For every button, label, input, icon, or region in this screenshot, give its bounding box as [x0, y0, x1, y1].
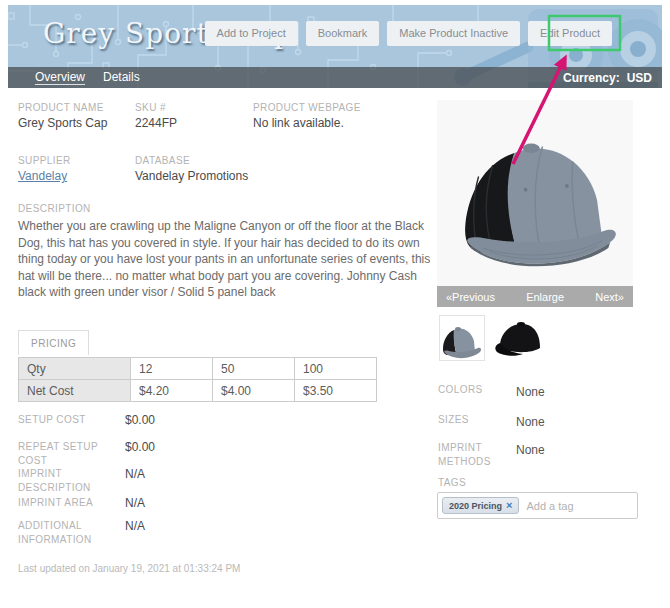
- repeat-setup-cost-row: REPEAT SETUP COST $0.00: [18, 440, 433, 468]
- qty-row-label: Qty: [19, 358, 131, 380]
- qty-cell: 50: [213, 358, 295, 380]
- currency-display: Currency:USD: [563, 71, 662, 85]
- product-name-label: PRODUCT NAME: [18, 102, 135, 113]
- imprint-description-row: IMPRINT DESCRIPTION N/A: [18, 467, 433, 495]
- qty-cell: 100: [295, 358, 377, 380]
- net-cost-cell: $3.50: [295, 380, 377, 402]
- enlarge-image-button[interactable]: Enlarge: [526, 291, 564, 303]
- header-actions: Add to Project Bookmark Make Product Ina…: [205, 21, 612, 46]
- supplier-fields-row: SUPPLIER Vandelay DATABASE Vandelay Prom…: [18, 155, 248, 184]
- sizes-value: None: [516, 415, 545, 429]
- imprint-area-value: N/A: [125, 496, 145, 510]
- make-product-inactive-button[interactable]: Make Product Inactive: [387, 21, 520, 46]
- grey-cap-image: [441, 110, 629, 290]
- product-name-value: Grey Sports Cap: [18, 116, 135, 130]
- table-row: Net Cost $4.20 $4.00 $3.50: [19, 380, 377, 402]
- view-tabs: Overview Details: [8, 70, 140, 85]
- colors-label: COLORS: [438, 383, 510, 397]
- grey-cap-thumbnail[interactable]: [439, 315, 485, 361]
- tab-details[interactable]: Details: [103, 70, 140, 85]
- product-page: Grey Sports Cap Add to Project Bookmark …: [0, 0, 670, 608]
- photo-navigation: «Previous Enlarge Next»: [437, 286, 633, 307]
- net-cost-row-label: Net Cost: [19, 380, 131, 402]
- product-webpage-value: No link available.: [253, 116, 433, 130]
- imprint-description-label: IMPRINT DESCRIPTION: [18, 467, 96, 495]
- supplier-link[interactable]: Vandelay: [18, 169, 67, 183]
- additional-information-label: ADDITIONAL INFORMATION: [18, 519, 96, 547]
- sku-label: SKU #: [135, 102, 253, 113]
- imprint-area-row: IMPRINT AREA N/A: [18, 496, 433, 510]
- pricing-tab[interactable]: PRICING: [18, 330, 89, 355]
- additional-information-row: ADDITIONAL INFORMATION N/A: [18, 519, 433, 547]
- last-updated-text: Last updated on January 19, 2021 at 01:3…: [18, 563, 240, 574]
- colors-row: COLORS None: [438, 383, 653, 397]
- currency-label: Currency:: [563, 71, 620, 85]
- edit-product-button[interactable]: Edit Product: [528, 21, 612, 46]
- pricing-table: Qty 12 50 100 Net Cost $4.20 $4.00 $3.50: [18, 357, 377, 402]
- currency-value: USD: [627, 71, 652, 85]
- colors-value: None: [516, 385, 545, 399]
- setup-cost-row: SETUP COST $0.00: [18, 413, 433, 427]
- imprint-methods-value: None: [516, 443, 545, 457]
- add-to-project-button[interactable]: Add to Project: [205, 21, 298, 46]
- repeat-setup-cost-label: REPEAT SETUP COST: [18, 440, 128, 468]
- imprint-area-label: IMPRINT AREA: [18, 496, 128, 510]
- supplier-label: SUPPLIER: [18, 155, 135, 166]
- table-row: Qty 12 50 100: [19, 358, 377, 380]
- sku-value: 2244FP: [135, 116, 253, 130]
- imprint-methods-row: IMPRINT METHODS None: [438, 441, 653, 469]
- previous-image-button[interactable]: «Previous: [437, 291, 495, 303]
- product-webpage-label: PRODUCT WEBPAGE: [253, 102, 433, 113]
- sizes-row: SIZES None: [438, 413, 653, 427]
- product-fields-row: PRODUCT NAME Grey Sports Cap SKU # 2244F…: [18, 102, 433, 130]
- imprint-methods-label: IMPRINT METHODS: [438, 441, 510, 469]
- additional-information-value: N/A: [125, 519, 145, 533]
- tag-pill: 2020 Pricing ×: [442, 497, 519, 514]
- tab-overview[interactable]: Overview: [35, 70, 85, 85]
- description-label: DESCRIPTION: [18, 203, 438, 214]
- product-photo: «Previous Enlarge Next»: [437, 100, 633, 307]
- net-cost-cell: $4.20: [131, 380, 213, 402]
- imprint-description-value: N/A: [125, 467, 145, 481]
- thumbnail-strip: [439, 315, 548, 361]
- setup-cost-label: SETUP COST: [18, 413, 128, 427]
- description-text: Whether you are crawling up the Maligne …: [18, 218, 438, 301]
- setup-cost-value: $0.00: [125, 413, 155, 427]
- database-value: Vandelay Promotions: [135, 169, 248, 183]
- qty-cell: 12: [131, 358, 213, 380]
- database-label: DATABASE: [135, 155, 248, 166]
- tag-pill-label: 2020 Pricing: [449, 501, 502, 511]
- page-header: Grey Sports Cap Add to Project Bookmark …: [8, 5, 662, 88]
- tags-input-box[interactable]: 2020 Pricing ×: [437, 492, 638, 519]
- next-image-button[interactable]: Next»: [595, 291, 633, 303]
- remove-tag-icon[interactable]: ×: [506, 500, 512, 511]
- tags-label: TAGS: [438, 477, 466, 488]
- header-subbar: Overview Details Currency:USD: [8, 67, 662, 88]
- net-cost-cell: $4.00: [213, 380, 295, 402]
- repeat-setup-cost-value: $0.00: [125, 440, 155, 454]
- black-cap-thumbnail[interactable]: [494, 317, 548, 361]
- add-tag-input[interactable]: [526, 500, 633, 512]
- bookmark-button[interactable]: Bookmark: [306, 21, 380, 46]
- description-block: DESCRIPTION Whether you are crawling up …: [18, 203, 438, 301]
- sizes-label: SIZES: [438, 413, 510, 427]
